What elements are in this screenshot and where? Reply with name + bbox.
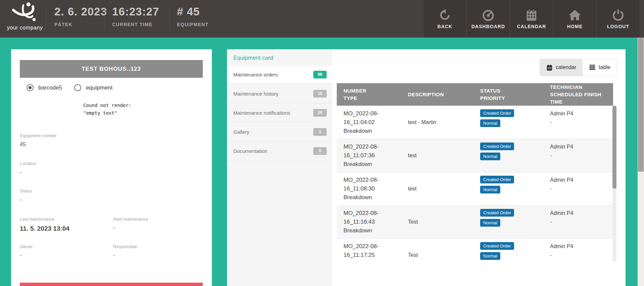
- equipment-card-menu-item[interactable]: Maintenance orders 66: [227, 66, 332, 83]
- order-number-type-cell: MO_2022-08-16_11:17:25 Breakdown: [337, 239, 401, 262]
- back-icon: [439, 9, 451, 21]
- order-description-cell: Test: [401, 239, 473, 262]
- home-button[interactable]: HOME: [554, 0, 596, 38]
- home-icon: [568, 9, 581, 21]
- equipment-detail-panel: TEST BOHOUS..123 barcode5 equipment Coun…: [11, 49, 212, 286]
- field-status: Status -: [20, 188, 32, 203]
- calendar-view-button[interactable]: calendar: [540, 59, 583, 76]
- equipment-number-block: # 45 EQUIPMENT: [177, 5, 209, 27]
- table-scrollbar-thumb[interactable]: [612, 106, 616, 189]
- date-block: 2. 6. 2023 PÁTEK: [54, 5, 107, 27]
- radio-equipment[interactable]: equipment: [74, 84, 112, 91]
- page-scrollbar-track[interactable]: [638, 38, 644, 286]
- equipment-card-menu-item[interactable]: Gallery 1: [227, 123, 332, 140]
- logout-button[interactable]: LOGOUT: [597, 0, 639, 38]
- menu-item-label: Documentation: [233, 148, 267, 154]
- field-location: Location -: [20, 161, 36, 175]
- table-scrollbar-track[interactable]: [612, 106, 616, 262]
- field-next-maintenance: Next maintenance -: [113, 217, 148, 231]
- order-technician-cell: Admin P4 -: [543, 172, 613, 205]
- field-owner: Owner -: [20, 244, 33, 259]
- equipment-card-menu-item[interactable]: Maintenance notifications 20: [227, 104, 332, 121]
- menu-item-count-badge: 20: [313, 109, 327, 117]
- order-number-type-cell: MO_2022-08-16_11:16:43 Breakdown: [337, 206, 401, 238]
- view-toggle: calendar table: [540, 59, 617, 76]
- status-badge: Created Order: [480, 109, 514, 117]
- order-number-type-cell: MO_2022-08-16_11:04:02 Breakdown: [337, 106, 401, 139]
- alert-action-button[interactable]: [20, 283, 203, 286]
- order-row[interactable]: MO_2022-08-16_11:08:30 Breakdown test Cr…: [337, 172, 613, 205]
- order-technician-cell: Admin P4 -: [543, 139, 613, 172]
- field-last-maintenance: Last maintenance 11. 5. 2023 13:04: [20, 217, 70, 232]
- menu-item-count-badge: 0: [313, 147, 327, 155]
- order-description-cell: Test: [401, 206, 473, 238]
- status-badge: Created Order: [480, 142, 514, 150]
- priority-badge: Normal: [480, 186, 500, 193]
- dashboard-button[interactable]: DASHBOARD: [467, 0, 509, 38]
- order-number-type-cell: MO_2022-08-16_11:07:36 Breakdown: [337, 139, 401, 172]
- current-time-label: CURRENT TIME: [112, 22, 159, 27]
- priority-badge: Normal: [480, 252, 500, 260]
- identifier-radio-group: barcode5 equipment: [27, 84, 112, 91]
- menu-item-count-badge: 1: [313, 128, 327, 136]
- priority-badge: Normal: [480, 119, 500, 127]
- dashboard-icon: [482, 9, 495, 21]
- menu-item-count-badge: 10: [313, 90, 327, 98]
- equipment-number-label: EQUIPMENT: [177, 22, 209, 27]
- field-responsible: Responsible -: [113, 244, 137, 259]
- render-error-text: Cound not render: "empty text": [83, 102, 131, 117]
- menu-item-count-badge: 66: [313, 71, 327, 78]
- order-description-cell: test: [401, 172, 473, 205]
- page-scrollbar-thumb[interactable]: [638, 38, 644, 172]
- field-equipment-number: Equipment number 45: [20, 133, 57, 148]
- order-status-priority-cell: Created Order Normal: [473, 239, 543, 262]
- equipment-card-title: Equipment card: [233, 55, 273, 61]
- status-badge: Created Order: [480, 209, 514, 217]
- table-view-button[interactable]: table: [583, 59, 617, 76]
- equipment-title-bar: TEST BOHOUS..123: [20, 60, 203, 78]
- priority-badge: Normal: [480, 219, 500, 227]
- status-badge: Created Order: [480, 242, 514, 250]
- header-divider: [45, 7, 46, 31]
- calendar-icon: [525, 9, 538, 21]
- order-row[interactable]: MO_2022-08-16_11:17:25 Breakdown Test Cr…: [337, 238, 613, 262]
- order-technician-cell: Admin P4 -: [543, 106, 613, 139]
- status-badge: Created Order: [480, 176, 514, 183]
- time-block: 16:23:27 CURRENT TIME: [112, 5, 159, 27]
- current-time: 16:23:27: [112, 5, 159, 18]
- company-logo-figure-icon: [10, 2, 39, 23]
- company-logo: your company: [5, 2, 45, 36]
- equipment-card-menu-item[interactable]: Maintenance history 10: [227, 85, 332, 102]
- column-header-description: DESCRIPTION: [401, 83, 473, 106]
- radio-barcode5[interactable]: barcode5: [27, 84, 62, 91]
- radio-circle-icon: [74, 84, 81, 91]
- orders-table-body: MO_2022-08-16_11:04:02 Breakdown test - …: [337, 106, 613, 262]
- current-date-label: PÁTEK: [54, 22, 107, 27]
- calendar-icon: [546, 64, 553, 71]
- calendar-button[interactable]: CALENDAR: [510, 0, 553, 38]
- logout-icon: [612, 9, 625, 21]
- menu-item-label: Maintenance notifications: [233, 110, 290, 116]
- order-row[interactable]: MO_2022-08-16_11:07:36 Breakdown test Cr…: [337, 139, 613, 172]
- company-logo-text: your company: [5, 25, 45, 31]
- menu-item-label: Gallery: [233, 129, 249, 135]
- menu-item-label: Maintenance history: [233, 91, 278, 97]
- maintenance-orders-panel: calendar table NUMBER TYPE DESCRIPTION S…: [332, 49, 626, 286]
- equipment-card-menu-item[interactable]: Documentation 0: [227, 142, 332, 159]
- back-button[interactable]: BACK: [424, 0, 466, 38]
- order-row[interactable]: MO_2022-08-16_11:04:02 Breakdown test - …: [337, 106, 613, 139]
- column-header-status-priority: STATUS PRIORITY: [473, 83, 543, 106]
- orders-table-header: NUMBER TYPE DESCRIPTION STATUS PRIORITY …: [337, 83, 613, 106]
- order-status-priority-cell: Created Order Normal: [473, 106, 543, 139]
- equipment-card-panel: Equipment card Maintenance orders 66 Mai…: [227, 49, 332, 286]
- header-divider: [105, 7, 105, 31]
- top-header-bar: your company 2. 6. 2023 PÁTEK 16:23:27 C…: [0, 0, 644, 38]
- order-technician-cell: Admin P4 -: [543, 206, 613, 238]
- order-status-priority-cell: Created Order Normal: [473, 139, 543, 172]
- header-divider: [170, 7, 170, 31]
- order-technician-cell: Admin P4 -: [543, 239, 613, 262]
- equipment-card-menu: Maintenance orders 66 Maintenance histor…: [227, 66, 332, 162]
- radio-circle-icon: [27, 84, 34, 91]
- order-row[interactable]: MO_2022-08-16_11:16:43 Breakdown Test Cr…: [337, 205, 613, 238]
- current-date: 2. 6. 2023: [54, 5, 107, 18]
